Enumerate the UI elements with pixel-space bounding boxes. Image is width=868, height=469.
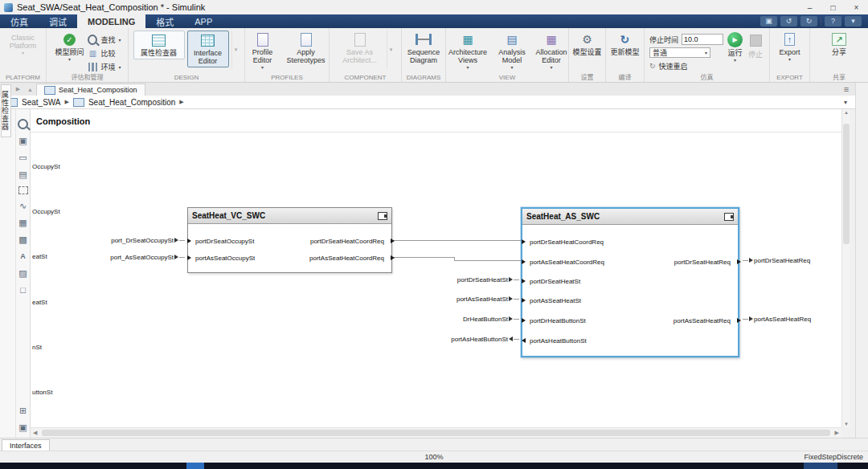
wire[interactable] bbox=[392, 240, 521, 241]
image-icon[interactable]: ▨ bbox=[18, 268, 28, 279]
property-inspector-button[interactable]: 属性检查器 bbox=[133, 31, 185, 59]
minimize-ribbon-icon[interactable]: ▾ bbox=[845, 16, 862, 27]
external-port-label[interactable]: portDrSeatHeatSt bbox=[392, 275, 519, 284]
tab-debug[interactable]: 调试 bbox=[39, 14, 77, 28]
apply-stereotypes-button[interactable]: Apply Stereotypes bbox=[283, 31, 330, 66]
vertical-scroll-thumb[interactable] bbox=[843, 124, 850, 244]
component-gallery-caret-icon[interactable]: ▾ bbox=[387, 31, 395, 69]
horizontal-scrollbar[interactable]: ◀ ▶ bbox=[31, 427, 841, 438]
profile-editor-button[interactable]: Profile Editor ▾ bbox=[245, 31, 280, 71]
output-port-icon[interactable] bbox=[391, 239, 395, 243]
simulation-mode-select[interactable]: 普通 ▾ bbox=[649, 47, 710, 58]
breadcrumb-dropdown-icon[interactable]: ▾ bbox=[844, 99, 855, 106]
input-port-icon[interactable] bbox=[522, 279, 526, 283]
tab-modeling[interactable]: MODELING bbox=[77, 14, 145, 28]
scroll-down-icon[interactable]: ▼ bbox=[842, 422, 850, 426]
input-port-icon[interactable] bbox=[187, 239, 191, 243]
undo-icon[interactable]: ↺ bbox=[780, 16, 797, 27]
zoom-icon[interactable] bbox=[18, 119, 28, 129]
block-seatheat-as-swc[interactable]: SeatHeat_AS_SWC portDrSeatHeatCoordReq p… bbox=[521, 207, 739, 357]
notes-icon[interactable]: ▤ bbox=[18, 169, 28, 180]
output-port-icon[interactable] bbox=[737, 259, 741, 264]
scroll-left-icon[interactable]: ◀ bbox=[33, 430, 37, 436]
model-advisor-button[interactable]: ✓ 模型顾问 ▾ bbox=[53, 31, 85, 63]
environment-button[interactable]: 环境 ▾ bbox=[88, 61, 121, 72]
output-port-icon[interactable] bbox=[522, 338, 526, 343]
external-port-label[interactable]: portAsSeatHeatSt bbox=[392, 294, 519, 304]
edge-port-label[interactable]: OccupySt bbox=[32, 163, 60, 170]
design-gallery-caret-icon[interactable]: ▾ bbox=[231, 31, 240, 69]
interfaces-tab[interactable]: Interfaces bbox=[2, 439, 50, 451]
external-port-label[interactable]: portAsSeatHeatReq bbox=[743, 314, 841, 324]
input-port-icon[interactable] bbox=[522, 318, 526, 323]
compare-button[interactable]: ▥ 比较 bbox=[88, 47, 121, 59]
input-port-icon[interactable] bbox=[522, 259, 526, 264]
share-button[interactable]: ↗ 分享 bbox=[829, 31, 849, 58]
edge-port-label[interactable]: OccupySt bbox=[32, 208, 60, 215]
wire[interactable] bbox=[392, 257, 455, 258]
nav-up-icon[interactable]: ▲ bbox=[24, 83, 36, 96]
breadcrumb-item-current[interactable]: Seat_Heat_Composition bbox=[88, 98, 175, 107]
annotation-icon[interactable]: A bbox=[18, 251, 28, 262]
fast-restart-toggle[interactable]: ↻ 快速重启 bbox=[649, 60, 723, 71]
architecture-views-button[interactable]: ▦ Architecture Views ▾ bbox=[444, 31, 492, 71]
edge-port-label[interactable]: eatSt bbox=[32, 253, 47, 260]
input-port-icon[interactable] bbox=[522, 298, 526, 303]
document-tab[interactable]: Seat_Heat_Composition bbox=[36, 84, 145, 96]
model-canvas[interactable]: Composition OccupySt OccupySt eatSt eatS… bbox=[31, 109, 841, 427]
signal-icon[interactable]: ∿ bbox=[18, 201, 28, 211]
model-settings-button[interactable]: ⚙ 模型设置 bbox=[571, 31, 603, 58]
area-select-icon[interactable] bbox=[18, 186, 28, 194]
external-port-label[interactable]: port_AsSeatOccupySt bbox=[63, 252, 185, 262]
save-as-architecture-button[interactable]: Save As Architect... bbox=[336, 31, 384, 66]
block-header[interactable]: SeatHeat_VC_SWC bbox=[188, 208, 391, 224]
scope-icon[interactable]: ▦ bbox=[18, 218, 28, 228]
maximize-button[interactable]: □ bbox=[821, 0, 845, 14]
export-button[interactable]: ↑ Export ▾ bbox=[777, 31, 801, 63]
property-inspector-dock-tab[interactable]: 属性检查器 bbox=[1, 84, 11, 137]
edge-port-label[interactable]: eatSt bbox=[32, 299, 47, 306]
save-icon[interactable]: ▣ bbox=[760, 16, 777, 27]
stop-button[interactable]: 停止 bbox=[747, 31, 764, 60]
tab-list-menu-icon[interactable]: ≡ bbox=[837, 83, 855, 96]
data-inspector-icon[interactable]: ⊞ bbox=[18, 406, 28, 416]
find-button[interactable]: 查找 ▾ bbox=[88, 34, 121, 45]
minimize-button[interactable]: – bbox=[798, 0, 821, 14]
analysis-model-button[interactable]: ▤ Analysis Model ▾ bbox=[494, 31, 530, 71]
stop-time-input[interactable] bbox=[682, 34, 723, 45]
block-header[interactable]: SeatHeat_AS_SWC bbox=[522, 209, 738, 225]
nav-forward-icon[interactable]: ▶ bbox=[12, 83, 24, 96]
tab-format[interactable]: 格式 bbox=[145, 14, 184, 28]
run-button[interactable]: ▶ 运行 ▾ bbox=[726, 31, 744, 64]
close-button[interactable]: × bbox=[845, 0, 868, 14]
external-port-label[interactable]: portAsHeatButtonSt bbox=[392, 334, 519, 344]
external-port-label[interactable]: portDrSeatHeatReq bbox=[743, 255, 841, 265]
horizontal-scroll-thumb[interactable] bbox=[42, 430, 830, 436]
scroll-up-icon[interactable]: ▲ bbox=[842, 110, 850, 115]
external-port-label[interactable]: port_DrSeatOccupySt bbox=[63, 235, 185, 245]
empty-box-icon[interactable]: □ bbox=[18, 285, 28, 296]
edge-port-label[interactable]: nSt bbox=[32, 344, 42, 351]
input-port-icon[interactable] bbox=[187, 255, 191, 260]
block-seatheat-vc-swc[interactable]: SeatHeat_VC_SWC portDrSeatOccupySt portA… bbox=[187, 207, 392, 273]
shade-icon[interactable]: ▩ bbox=[18, 234, 28, 245]
output-port-icon[interactable] bbox=[737, 318, 741, 323]
interface-editor-button[interactable]: Interface Editor bbox=[187, 31, 229, 67]
vertical-scrollbar[interactable]: ▲ ▼ bbox=[841, 109, 850, 427]
block-frame-icon[interactable]: ▭ bbox=[18, 153, 28, 163]
snapshot-icon[interactable]: ▣ bbox=[18, 422, 28, 433]
scroll-right-icon[interactable]: ▶ bbox=[835, 430, 839, 436]
external-port-label[interactable]: DrHeatButtonSt bbox=[392, 314, 519, 324]
collapse-panel-icon[interactable]: « bbox=[6, 111, 10, 438]
update-model-button[interactable]: ↻ 更新模型 bbox=[608, 31, 641, 58]
tab-apps[interactable]: APP bbox=[184, 14, 223, 28]
tab-simulation[interactable]: 仿真 bbox=[0, 14, 39, 28]
redo-icon[interactable]: ↻ bbox=[800, 16, 817, 27]
classic-platform-button[interactable]: Classic Platform ▾ bbox=[2, 31, 45, 57]
sequence-diagram-button[interactable]: Sequence Diagram bbox=[403, 31, 444, 66]
input-port-icon[interactable] bbox=[522, 239, 526, 244]
wire[interactable] bbox=[454, 260, 522, 261]
allocation-editor-button[interactable]: ▦ Allocation Editor ▾ bbox=[532, 31, 571, 71]
help-icon[interactable]: ? bbox=[825, 16, 841, 27]
breadcrumb-item-root[interactable]: Seat_SWA bbox=[22, 98, 61, 107]
